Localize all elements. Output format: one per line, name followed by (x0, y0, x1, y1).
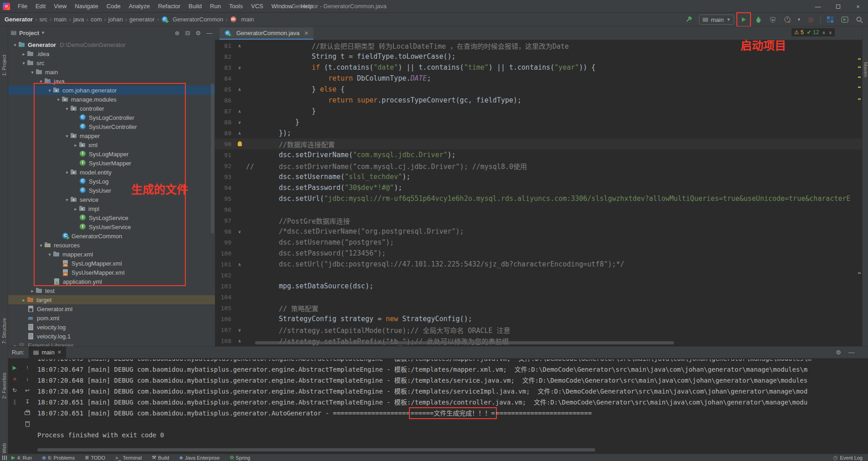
breadcrumb-johan[interactable]: johan (108, 16, 123, 23)
tree-item-src[interactable]: ▾src (8, 58, 215, 67)
code-text[interactable]: /*dsc.setDriverName("org.postgresql.Driv… (246, 227, 862, 236)
chevron-down-icon[interactable]: ▾ (29, 70, 36, 75)
menu-view[interactable]: View (50, 0, 71, 13)
run-config-select[interactable]: main ▼ (699, 15, 734, 25)
chevron-right-icon[interactable]: ▸ (72, 206, 79, 211)
console-hide-icon[interactable]: — (848, 349, 854, 356)
code-text[interactable]: } else { (246, 85, 862, 93)
tree-item-velocity-log[interactable]: velocity.log (8, 323, 215, 332)
statusbar-6-problems[interactable]: ◉6: Problems (42, 455, 75, 461)
code-text[interactable]: }); (246, 129, 862, 137)
menu-tools[interactable]: Tools (225, 0, 247, 13)
menu-file[interactable]: File (14, 0, 31, 13)
maximize-icon[interactable] (828, 0, 848, 13)
project-view-chevron-icon[interactable]: ▼ (41, 31, 45, 35)
rerun-button[interactable]: ▶ (11, 364, 18, 371)
fold-marker-icon[interactable]: ∧ (233, 131, 246, 136)
fold-marker-icon[interactable]: ∨ (233, 120, 246, 125)
fold-marker-icon[interactable]: ∨ (233, 328, 246, 333)
restart-icon[interactable]: ↻ (11, 387, 18, 394)
tree-item-velocity-log-1[interactable]: velocity.log.1 (8, 332, 215, 341)
statusbar-java-enterprise[interactable]: ◆Java Enterprise (179, 455, 220, 461)
tree-item-sysuserservice[interactable]: SysUserService (8, 222, 215, 231)
collapse-all-icon[interactable]: ⊟ (185, 30, 190, 36)
breadcrumb-generator[interactable]: generator (129, 16, 155, 23)
tree-item-syslogmapper-xml[interactable]: SysLogMapper.xml (8, 259, 215, 268)
down-stack-icon[interactable]: ↓ (24, 375, 31, 383)
statusbar-todo[interactable]: ≣TODO (85, 455, 105, 461)
passed-icon[interactable]: ✔ 12 (807, 29, 819, 36)
code-text[interactable]: //strategy.setCapitalMode(true);// 全局大写命… (246, 325, 862, 335)
code-text[interactable]: mpg.setDataSource(dsc); (246, 282, 862, 290)
tree-item-java[interactable]: ▾java (8, 77, 215, 86)
panel-settings-gear-icon[interactable]: ⚙ (195, 30, 201, 36)
fold-marker-icon[interactable]: ∧ (233, 109, 246, 114)
chevron-down-icon[interactable]: ▾ (12, 42, 18, 47)
code-text[interactable]: dsc.setUrl("jdbc:mysql://rm-uf6q551p64vc… (246, 195, 862, 203)
tab-close-icon[interactable]: ✕ (304, 30, 309, 36)
fold-marker-icon[interactable]: ∧ (233, 262, 246, 267)
fold-marker-icon[interactable]: ∧ (233, 87, 246, 92)
code-text[interactable]: //默认会把日期类型 转为LocalDateTime ，在查询的时候会报错，这里… (246, 41, 862, 51)
error-stripe[interactable] (858, 45, 861, 342)
tree-item-external-libraries[interactable]: ▸External Libraries (8, 341, 215, 346)
code-text[interactable]: if (t.contains("date") || t.contains("ti… (246, 63, 862, 72)
code-text[interactable]: dsc.setUsername("slsl_techdev"); (246, 173, 862, 181)
tree-item-controller[interactable]: ▾controller (8, 104, 215, 113)
fold-marker-icon[interactable]: ∧ (233, 43, 246, 48)
tree-item-test[interactable]: ▸test (8, 286, 215, 295)
hide-panel-icon[interactable]: — (206, 30, 212, 36)
console-hscrollbar[interactable] (37, 448, 595, 451)
tree-item-generator[interactable]: ▾GeneratorD:\DemoCode\Generator (8, 40, 215, 49)
menu-vcs[interactable]: VCS (247, 0, 267, 13)
clear-all-icon[interactable] (24, 421, 31, 428)
statusbar-build[interactable]: ⚒Build (152, 455, 169, 461)
warning-icon[interactable]: ⚠ 5 (794, 29, 804, 36)
code-text[interactable]: dsc.setPassword("30$dev*!#@"); (246, 184, 862, 192)
statusbar-4-run[interactable]: ▶4: Run (11, 455, 32, 461)
code-text[interactable]: // dsc.setDriverName("com.mysql.cj.jdbc.… (246, 161, 862, 171)
tree-item-mapper-xml[interactable]: ▾mapper.xml (8, 250, 215, 259)
run-button[interactable] (739, 15, 749, 25)
up-stack-icon[interactable]: ↑ (24, 364, 31, 371)
tree-item-xml[interactable]: ▸xml (8, 140, 215, 149)
fold-marker-icon[interactable]: ∨ (233, 229, 246, 234)
tree-item-resources[interactable]: ▾resources (8, 241, 215, 250)
breadcrumb-com[interactable]: com (91, 16, 102, 23)
chevron-right-icon[interactable]: ▸ (20, 51, 27, 56)
tree-item-sysuser[interactable]: SysUser (8, 186, 215, 195)
search-everywhere-icon[interactable] (854, 15, 864, 25)
chevron-down-icon[interactable]: ▾ (64, 106, 70, 111)
chevron-right-icon[interactable]: ▸ (72, 143, 79, 148)
breadcrumb-main[interactable]: main (230, 16, 254, 23)
debug-bug-icon[interactable] (753, 15, 763, 25)
chevron-right-icon[interactable]: ▸ (12, 343, 18, 347)
code-text[interactable]: // 策略配置 (246, 303, 862, 313)
soft-wrap-icon[interactable]: ↩ (24, 387, 31, 394)
breadcrumb-main[interactable]: main (54, 16, 66, 23)
chevron-right-icon[interactable]: ▸ (29, 288, 36, 293)
profiler-icon[interactable] (782, 15, 792, 25)
code-text[interactable]: String t = fieldType.toLowerCase(); (246, 52, 862, 61)
build-hammer-icon[interactable] (684, 15, 694, 25)
chevron-down-icon[interactable]: ▾ (64, 197, 70, 202)
tab-generatorcommon[interactable]: GeneratorCommon.java ✕ (220, 27, 313, 40)
menu-navigate[interactable]: Navigate (71, 0, 102, 13)
grid-tool-icon[interactable] (825, 15, 835, 25)
code-text[interactable]: //PostGre数据库连接 (246, 216, 862, 225)
close-icon[interactable]: × (848, 0, 868, 13)
code-text[interactable]: return super.processTypeConvert(gc, fiel… (246, 96, 862, 104)
tree-item-syslog[interactable]: SysLog (8, 177, 215, 186)
statusbar-terminal[interactable]: >_Terminal (115, 455, 142, 461)
chevron-right-icon[interactable]: ▸ (20, 297, 27, 302)
code-text[interactable]: } (246, 118, 862, 126)
event-log[interactable]: Event Log (840, 455, 863, 461)
tree-item-service[interactable]: ▾service (8, 195, 215, 204)
console-settings-gear-icon[interactable]: ⚙ (836, 349, 841, 356)
profiler-chevron-icon[interactable]: ▼ (797, 17, 801, 22)
intention-bulb-icon[interactable] (233, 141, 246, 147)
code-text[interactable]: dsc.setDriverName("com.mysql.jdbc.Driver… (246, 151, 862, 159)
code-text[interactable]: dsc.setUrl("jdbc:postgresql://47.101.132… (246, 260, 862, 268)
prev-problem-icon[interactable]: ∧ (822, 30, 825, 35)
tree-item-syslogcontroller[interactable]: SysLogController (8, 113, 215, 122)
